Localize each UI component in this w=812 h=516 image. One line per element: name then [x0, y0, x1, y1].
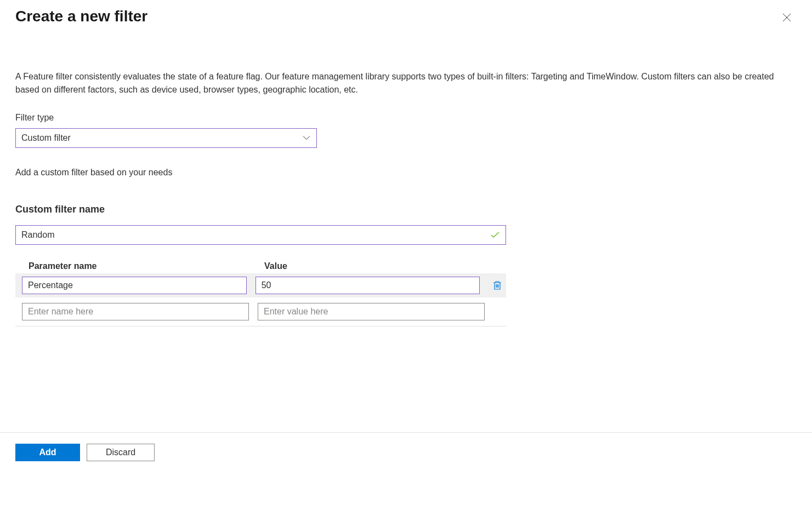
filter-type-select[interactable]: Custom filter [15, 128, 317, 148]
add-button[interactable]: Add [15, 444, 80, 461]
param-name-input[interactable] [22, 277, 247, 294]
param-value-input[interactable] [255, 277, 480, 294]
param-name-input-empty[interactable] [22, 303, 249, 320]
parameters-table: Parameter name Value [15, 261, 506, 324]
delete-param-button[interactable] [489, 277, 506, 294]
param-row-empty [15, 300, 506, 324]
param-header-name: Parameter name [29, 261, 255, 271]
param-row [15, 273, 506, 297]
description-text: A Feature filter consistently evaluates … [15, 70, 797, 96]
param-value-input-empty[interactable] [258, 303, 485, 320]
close-icon [782, 13, 791, 22]
custom-filter-name-label: Custom filter name [15, 204, 797, 215]
checkmark-icon [491, 232, 499, 238]
page-title: Create a new filter [15, 8, 147, 25]
helper-text: Add a custom filter based on your needs [15, 168, 797, 177]
footer: Add Discard [0, 432, 812, 472]
param-header-value: Value [264, 261, 491, 271]
divider [15, 326, 506, 326]
custom-filter-name-input[interactable] [15, 225, 506, 245]
discard-button[interactable]: Discard [87, 444, 155, 461]
trash-icon [493, 280, 502, 290]
filter-type-label: Filter type [15, 113, 797, 123]
close-button[interactable] [781, 12, 792, 23]
